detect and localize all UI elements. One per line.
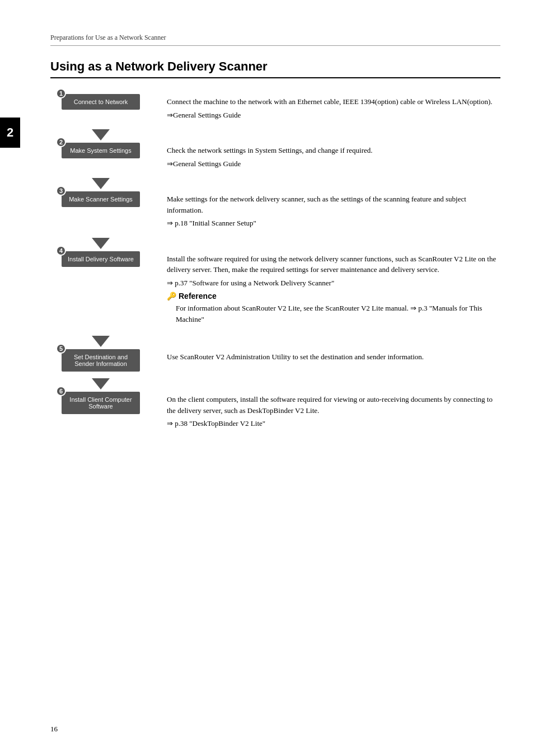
step-text-3: Make settings for the network delivery s… [167, 194, 500, 215]
step-row-4: 4Install Delivery SoftwareInstall the so… [50, 251, 500, 330]
step-ref-4-0: ⇒ p.37 "Software for using a Network Del… [167, 278, 500, 289]
step-number-4: 4 [56, 246, 66, 256]
step-text-5: Use ScanRouter V2 Administration Utility… [167, 351, 500, 363]
content-area: Preparations for Use as a Network Scanne… [50, 0, 500, 436]
step-label-3: Make Scanner Settings [69, 196, 133, 203]
page: 2 Preparations for Use as a Network Scan… [0, 0, 534, 756]
step-text-4: Install the software required for using … [167, 253, 500, 275]
step-text-2: Check the network settings in System Set… [167, 145, 500, 156]
step-box-2: 2Make System Settings [62, 143, 140, 158]
reference-line-0: For information about ScanRouter V2 Lite… [167, 303, 500, 325]
arrow-after-step-3 [50, 236, 500, 251]
step-right-1: Connect the machine to the network with … [151, 94, 500, 123]
step-row-2: 2Make System SettingsCheck the network s… [50, 143, 500, 171]
step-box-3: 3Make Scanner Settings [62, 191, 140, 207]
step-box-5: 5Set Destination and Sender Information [62, 349, 140, 372]
step-right-3: Make settings for the network delivery s… [151, 191, 500, 231]
step-left-3: 3Make Scanner Settings [50, 191, 151, 207]
chapter-number: 2 [7, 125, 13, 140]
step-left-6: 6Install Client Computer Software [50, 392, 151, 414]
step-label-1: Connect to Network [74, 98, 128, 105]
arrow-after-step-2 [50, 176, 500, 191]
step-box-6: 6Install Client Computer Software [62, 392, 140, 414]
step-number-3: 3 [56, 186, 66, 196]
step-row-1: 1Connect to NetworkConnect the machine t… [50, 94, 500, 123]
step-ref-3-0: ⇒ p.18 "Initial Scanner Setup" [167, 218, 500, 229]
reference-title-4: 🔑Reference [167, 292, 500, 300]
step-left-2: 2Make System Settings [50, 143, 151, 158]
step-row-3: 3Make Scanner SettingsMake settings for … [50, 191, 500, 231]
arrow-down-icon [92, 129, 110, 140]
step-ref-2-0: ⇒General Settings Guide [167, 158, 500, 170]
step-left-5: 5Set Destination and Sender Information [50, 349, 151, 372]
arrow-down-icon [92, 336, 110, 347]
arrow-after-step-4 [50, 334, 500, 349]
arrow-down-icon [92, 238, 110, 249]
step-left-4: 4Install Delivery Software [50, 251, 151, 267]
step-text-1: Connect the machine to the network with … [167, 96, 500, 107]
step-label-6: Install Client Computer Software [69, 396, 132, 410]
step-number-5: 5 [56, 344, 66, 354]
step-box-1: 1Connect to Network [62, 94, 140, 110]
page-number: 16 [50, 725, 58, 734]
step-ref-6-0: ⇒ p.38 "DeskTopBinder V2 Lite" [167, 418, 500, 429]
step-ref-1-0: ⇒General Settings Guide [167, 110, 500, 121]
steps-container: 1Connect to NetworkConnect the machine t… [50, 94, 500, 436]
step-number-2: 2 [56, 137, 66, 147]
step-label-4: Install Delivery Software [68, 256, 134, 262]
step-number-1: 1 [56, 88, 66, 98]
step-right-5: Use ScanRouter V2 Administration Utility… [151, 349, 500, 365]
step-number-6: 6 [56, 386, 66, 396]
step-label-5: Set Destination and Sender Information [74, 354, 128, 367]
page-title: Using as a Network Delivery Scanner [50, 59, 500, 78]
step-left-1: 1Connect to Network [50, 94, 151, 110]
step-row-6: 6Install Client Computer SoftwareOn the … [50, 392, 500, 431]
breadcrumb: Preparations for Use as a Network Scanne… [50, 34, 500, 46]
key-icon: 🔑 [167, 292, 176, 300]
arrow-after-step-1 [50, 127, 500, 143]
chapter-tab: 2 [0, 118, 20, 148]
arrow-after-step-5 [50, 376, 500, 392]
step-right-4: Install the software required for using … [151, 251, 500, 330]
step-right-2: Check the network settings in System Set… [151, 143, 500, 171]
arrow-down-icon [92, 178, 110, 189]
step-text-6: On the client computers, install the sof… [167, 394, 500, 416]
step-box-4: 4Install Delivery Software [62, 251, 140, 267]
arrow-down-icon [92, 378, 110, 389]
step-row-5: 5Set Destination and Sender InformationU… [50, 349, 500, 372]
reference-title-text: Reference [179, 292, 217, 300]
step-right-6: On the client computers, install the sof… [151, 392, 500, 431]
step-label-2: Make System Settings [70, 147, 131, 154]
reference-block-4: 🔑ReferenceFor information about ScanRout… [167, 292, 500, 325]
